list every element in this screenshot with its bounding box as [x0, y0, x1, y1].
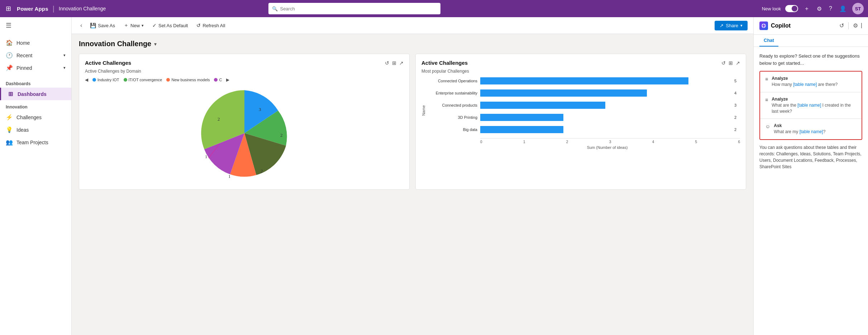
chart2-header: Active Challenges ↺ ⊞ ↗ — [421, 60, 740, 66]
chart1-legend-next[interactable]: ▶ — [226, 77, 229, 82]
copilot-title-row: Copilot — [759, 21, 791, 30]
challenges-icon: ⚡ — [6, 114, 13, 121]
avatar[interactable]: ST — [852, 3, 864, 14]
nav-page-name: Innovation Challenge — [59, 6, 106, 11]
copilot-header: Copilot ↺ ⚙ | — [754, 17, 868, 35]
bar-row-3: 3D Printing 2 — [427, 114, 740, 121]
search-bar[interactable]: 🔍 — [268, 3, 440, 14]
suggestion-link-0[interactable]: [table name] — [793, 82, 817, 87]
sidebar-item-ideas[interactable]: 💡 Ideas — [0, 123, 71, 136]
copilot-refresh-icon[interactable]: ↺ — [839, 22, 844, 29]
bar-track-1 — [480, 89, 730, 97]
new-look-label: New look — [762, 6, 781, 11]
svg-text:1: 1 — [205, 154, 208, 159]
chart1-legend-prev[interactable]: ◀ — [85, 77, 88, 82]
sidebar-item-challenges[interactable]: ⚡ Challenges — [0, 111, 71, 123]
chart2-fullscreen-icon[interactable]: ↗ — [736, 60, 740, 66]
chart1-legend: ◀ Industry IOT IT/OT convergence New bus… — [85, 77, 404, 82]
legend-label-new-business: New business models — [171, 78, 210, 82]
suggestion-item-1[interactable]: ≡ Analyze What are the [table name] I cr… — [760, 92, 862, 119]
bar-fill-1 — [480, 89, 647, 97]
toolbar: ‹ 💾 Save As ＋ New ▾ ✓ Set As Default ↺ R… — [72, 17, 753, 34]
new-icon: ＋ — [124, 22, 129, 29]
bar-xaxis: 0 1 2 3 4 5 6 — [480, 138, 740, 144]
ideas-icon: 💡 — [6, 126, 13, 133]
refresh-all-button[interactable]: ↺ Refresh All — [193, 20, 229, 30]
new-look-toggle[interactable] — [785, 5, 798, 12]
grid-icon[interactable]: ⊞ — [4, 3, 13, 14]
checkmark-icon: ✓ — [152, 23, 157, 28]
copilot-settings-icon[interactable]: ⚙ — [853, 22, 858, 29]
sidebar-collapse-button[interactable]: ☰ — [0, 17, 71, 34]
page-title-row: Innovation Challenge ▾ — [79, 40, 746, 48]
suggestion-link-1[interactable]: [table name] — [797, 103, 821, 108]
page-title-chevron-icon[interactable]: ▾ — [154, 41, 157, 47]
bar-label-1: Enterprise sustainability — [427, 91, 477, 95]
back-button[interactable]: ‹ — [77, 21, 85, 30]
suggestion-type-2: Ask — [774, 123, 825, 128]
sidebar-item-recent[interactable]: 🕐 Recent ▾ — [0, 49, 71, 62]
recent-chevron-icon: ▾ — [63, 53, 66, 58]
suggestion-content-0: Analyze How many [table name] are there? — [772, 76, 838, 88]
copilot-tab-chat[interactable]: Chat — [759, 35, 778, 47]
new-button[interactable]: ＋ New ▾ — [120, 20, 147, 31]
pie-chart-svg: 3 2 2 1 1 2 — [198, 87, 291, 180]
share-icon: ↗ — [720, 23, 724, 28]
chart2-expand-icon[interactable]: ⊞ — [729, 60, 733, 66]
save-as-button[interactable]: 💾 Save As — [86, 20, 119, 30]
legend-label-it-ot: IT/OT convergence — [129, 78, 162, 82]
copilot-footer-text: You can ask questions about these tables… — [759, 144, 862, 170]
bar-value-1: 4 — [734, 91, 740, 95]
chart-card-pie: Active Challenges ↺ ⊞ ↗ Active Challenge… — [79, 54, 410, 190]
sidebar-item-team-projects[interactable]: 👥 Team Projects — [0, 136, 71, 149]
suggestion-type-1: Analyze — [772, 97, 857, 102]
svg-text:3: 3 — [259, 107, 261, 112]
nav-divider: | — [53, 5, 54, 13]
sidebar: ☰ 🏠 Home 🕐 Recent ▾ 📌 Pinned ▾ Dashboard… — [0, 17, 72, 335]
share-button[interactable]: ↗ Share ▾ — [715, 21, 748, 30]
chart1-refresh-icon[interactable]: ↺ — [385, 60, 389, 66]
page-title: Innovation Challenge — [79, 40, 151, 48]
account-icon[interactable]: 👤 — [838, 4, 848, 14]
suggestion-item-2[interactable]: ☺ Ask What are my [table name]? — [760, 118, 862, 139]
innovation-section-label: Innovation — [0, 100, 71, 111]
sidebar-item-dashboards[interactable]: ⊞ Dashboards — [0, 88, 71, 100]
legend-dot-c — [214, 78, 218, 82]
help-icon[interactable]: ? — [828, 4, 834, 13]
search-input[interactable] — [280, 6, 437, 11]
chart1-subtitle: Active Challenges by Domain — [85, 69, 404, 74]
bar-track-2 — [480, 102, 730, 109]
chart2-actions: ↺ ⊞ ↗ — [721, 60, 740, 66]
chart1-fullscreen-icon[interactable]: ↗ — [399, 60, 404, 66]
bar-label-4: Big data — [427, 127, 477, 132]
copilot-title: Copilot — [771, 23, 791, 29]
chart1-expand-icon[interactable]: ⊞ — [392, 60, 396, 66]
top-nav-right: New look ＋ ⚙ ? 👤 ST — [762, 3, 864, 14]
bar-track-4 — [480, 126, 730, 133]
settings-icon[interactable]: ⚙ — [815, 4, 823, 14]
sidebar-item-recent-label: Recent — [16, 53, 32, 58]
add-icon[interactable]: ＋ — [802, 4, 811, 14]
sidebar-item-home[interactable]: 🏠 Home — [0, 37, 71, 49]
sidebar-item-team-projects-label: Team Projects — [16, 140, 48, 145]
suggestion-desc-1: What are the [table name] I created in t… — [772, 102, 857, 115]
copilot-close-icon[interactable]: | — [861, 22, 862, 29]
bar-value-0: 5 — [734, 79, 740, 83]
suggestion-icon-1: ≡ — [765, 97, 768, 103]
bar-xaxis-label: Sum (Number of ideas) — [474, 145, 740, 150]
svg-text:2: 2 — [261, 168, 263, 174]
suggestion-item-0[interactable]: ≡ Analyze How many [table name] are ther… — [760, 72, 862, 92]
suggestion-link-2[interactable]: [table name] — [800, 129, 823, 134]
set-as-default-button[interactable]: ✓ Set As Default — [149, 20, 191, 30]
svg-text:2: 2 — [280, 132, 283, 138]
sidebar-nav-section: 🏠 Home 🕐 Recent ▾ 📌 Pinned ▾ — [0, 34, 71, 77]
svg-text:2: 2 — [218, 116, 220, 122]
chart2-refresh-icon[interactable]: ↺ — [721, 60, 726, 66]
sidebar-item-pinned[interactable]: 📌 Pinned ▾ — [0, 62, 71, 74]
suggestion-type-0: Analyze — [772, 76, 838, 81]
sidebar-item-dashboards-label: Dashboards — [18, 91, 47, 97]
pinned-chevron-icon: ▾ — [63, 65, 66, 70]
pinned-icon: 📌 — [6, 64, 13, 71]
chart1-title: Active Challenges — [85, 60, 131, 66]
legend-dot-new-business — [166, 78, 170, 82]
